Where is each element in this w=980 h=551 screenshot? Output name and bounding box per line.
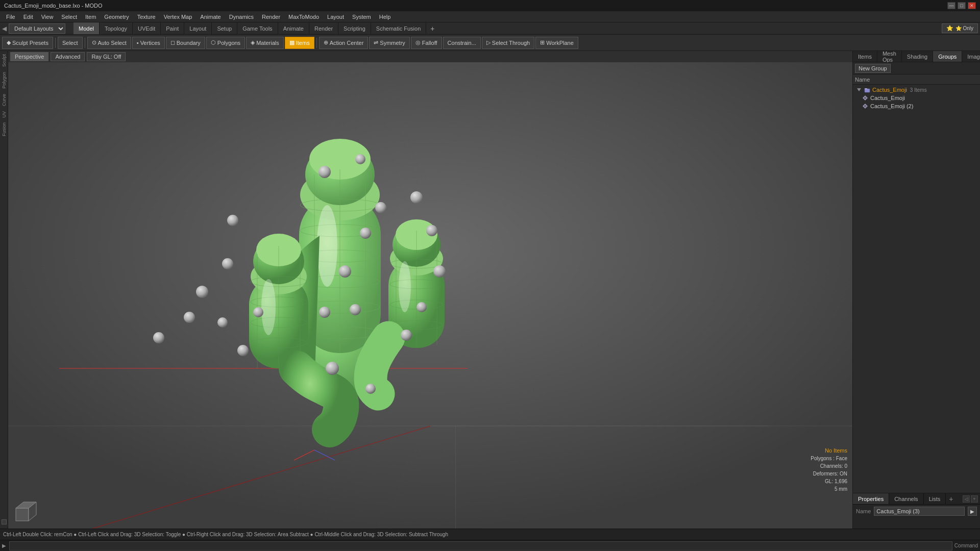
- group-row-cactus-emoji[interactable]: Cactus_Emoji 3 Items: [854, 86, 979, 94]
- only-button[interactable]: ⭐ ⭐ Only: [942, 23, 978, 33]
- rbp-tab-channels[interactable]: Channels: [889, 493, 923, 504]
- rbp-icon-2[interactable]: +: [971, 495, 978, 503]
- menu-system[interactable]: System: [348, 13, 375, 21]
- perspective-btn[interactable]: Perspective: [10, 52, 48, 61]
- rp-tab-images[interactable]: Images: [962, 51, 980, 62]
- menu-select[interactable]: Select: [57, 13, 81, 21]
- groups-list[interactable]: Cactus_Emoji 3 Items Cactus_Emoji: [853, 85, 980, 493]
- action-center-btn[interactable]: ⊕ Action Center: [319, 37, 369, 49]
- tab-render[interactable]: Render: [309, 22, 338, 34]
- mesh-icon-2: [862, 103, 868, 109]
- group-items-count: 3 Items: [910, 87, 927, 93]
- svg-point-49: [375, 202, 386, 213]
- rp-tab-items[interactable]: Items: [853, 51, 877, 62]
- rbp-icon-1[interactable]: ◁: [963, 495, 970, 503]
- svg-marker-74: [857, 88, 861, 91]
- select-through-btn[interactable]: ▷ Select Through: [482, 37, 534, 49]
- vertices-icon: •: [137, 40, 139, 46]
- maximize-button[interactable]: □: [958, 2, 966, 9]
- rp-tab-shading[interactable]: Shading: [902, 51, 933, 62]
- tab-schematic-fusion[interactable]: Schematic Fusion: [371, 22, 426, 34]
- add-tab-button[interactable]: +: [426, 23, 438, 34]
- menu-view[interactable]: View: [37, 13, 58, 21]
- menu-help[interactable]: Help: [375, 13, 395, 21]
- rbp-add-button[interactable]: +: [946, 494, 956, 504]
- groups-header: Name: [853, 74, 980, 85]
- rbp-tab-lists[interactable]: Lists: [924, 493, 946, 504]
- tab-animate[interactable]: Animate: [278, 22, 309, 34]
- toolbar-sep-2: [85, 38, 85, 48]
- vertices-btn[interactable]: • Vertices: [132, 37, 165, 49]
- layout-arrow-icon: ◀: [2, 25, 7, 32]
- tab-game-tools[interactable]: Game Tools: [237, 22, 278, 34]
- sidebar-bottom-icon[interactable]: [2, 519, 7, 524]
- mesh-row-cactus-emoji-1[interactable]: Cactus_Emoji: [854, 94, 979, 102]
- menu-maxtomodo[interactable]: MaxToModo: [284, 13, 323, 21]
- rp-tab-groups[interactable]: Groups: [933, 51, 962, 62]
- auto-select-btn[interactable]: ⊙ Auto Select: [87, 37, 131, 49]
- tab-topology[interactable]: Topology: [100, 22, 133, 34]
- items-btn[interactable]: ▦ Items: [285, 37, 314, 49]
- workplane-btn[interactable]: ⊞ WorkPlane: [535, 37, 578, 49]
- right-bottom-panel: Properties Channels Lists + ◁ + Name ▶: [853, 493, 980, 529]
- mesh-row-cactus-emoji-2[interactable]: Cactus_Emoji (2): [854, 102, 979, 110]
- sidebar-sculpt[interactable]: Sculpt: [1, 52, 7, 69]
- tab-setup[interactable]: Setup: [212, 22, 237, 34]
- advanced-btn[interactable]: Advanced: [51, 52, 85, 61]
- viewport-area[interactable]: Perspective Advanced Ray GL: Off ↺ ⟳ 📷 ⚙…: [8, 51, 852, 529]
- svg-point-56: [227, 215, 238, 226]
- menu-animate[interactable]: Animate: [196, 13, 225, 21]
- tab-uvedit[interactable]: UVEdit: [133, 22, 161, 34]
- command-label: ▶: [2, 543, 6, 548]
- boundary-btn[interactable]: ◻ Boundary: [166, 37, 205, 49]
- close-button[interactable]: ✕: [968, 2, 976, 9]
- menu-geometry[interactable]: Geometry: [100, 13, 133, 21]
- tab-layout[interactable]: Layout: [184, 22, 212, 34]
- raygl-btn[interactable]: Ray GL: Off: [87, 52, 126, 61]
- tab-paint[interactable]: Paint: [161, 22, 184, 34]
- svg-point-58: [196, 286, 208, 298]
- sidebar-uv[interactable]: UV: [1, 109, 7, 120]
- toolbar-sep-3: [316, 38, 317, 48]
- polygons-icon: ⬡: [211, 39, 216, 46]
- materials-btn[interactable]: ◈ Materials: [246, 37, 284, 49]
- command-input-field[interactable]: [9, 541, 952, 550]
- symmetry-icon: ⇌: [374, 39, 378, 46]
- polygons-btn[interactable]: ⬡ Polygons: [206, 37, 245, 49]
- viewport-canvas[interactable]: No Items Polygons : Face Channels: 0 Def…: [8, 62, 852, 529]
- rp-tab-mesh-ops[interactable]: Mesh Ops: [877, 51, 902, 62]
- menu-vertex-map[interactable]: Vertex Map: [160, 13, 197, 21]
- statusbar-text: Ctrl-Left Double Click: remCon ● Ctrl-Le…: [3, 532, 448, 537]
- svg-point-47: [318, 166, 331, 178]
- menu-texture[interactable]: Texture: [133, 13, 160, 21]
- falloff-btn[interactable]: ◎ Falloff: [411, 37, 442, 49]
- minimize-button[interactable]: —: [947, 2, 955, 9]
- sculpt-btn[interactable]: ◆ Sculpt Presets: [2, 37, 53, 49]
- layout-selector[interactable]: Default Layouts: [9, 23, 65, 34]
- tab-model[interactable]: Model: [74, 22, 100, 34]
- menu-dynamics[interactable]: Dynamics: [225, 13, 258, 21]
- new-group-button[interactable]: New Group: [855, 64, 891, 73]
- name-input-field[interactable]: [874, 507, 965, 516]
- nav-cube[interactable]: [13, 498, 39, 523]
- menu-layout[interactable]: Layout: [323, 13, 348, 21]
- menu-edit[interactable]: Edit: [19, 13, 37, 21]
- name-arrow-button[interactable]: ▶: [968, 507, 977, 516]
- menu-render[interactable]: Render: [258, 13, 284, 21]
- left-sidebar: Sculpt Polygon Curve UV Fusion: [0, 51, 8, 529]
- sidebar-fusion[interactable]: Fusion: [1, 120, 7, 138]
- sidebar-polygon[interactable]: Polygon: [1, 70, 7, 91]
- titlebar-title: Cactus_Emoji_modo_base.lxo - MODO: [4, 3, 103, 9]
- menu-item[interactable]: Item: [81, 13, 100, 21]
- symmetry-btn[interactable]: ⇌ Symmetry: [369, 37, 410, 49]
- rbp-tab-properties[interactable]: Properties: [853, 493, 889, 504]
- menu-file[interactable]: File: [2, 13, 19, 21]
- group-expand-icon: [856, 87, 862, 93]
- sidebar-curve[interactable]: Curve: [1, 92, 7, 108]
- tab-scripting[interactable]: Scripting: [338, 22, 371, 34]
- titlebar-controls: — □ ✕: [947, 2, 976, 9]
- constrain-btn[interactable]: Constrain...: [443, 37, 481, 49]
- select-btn[interactable]: Select: [58, 37, 83, 49]
- size-info: 5 mm: [811, 485, 847, 493]
- svg-point-54: [350, 304, 361, 315]
